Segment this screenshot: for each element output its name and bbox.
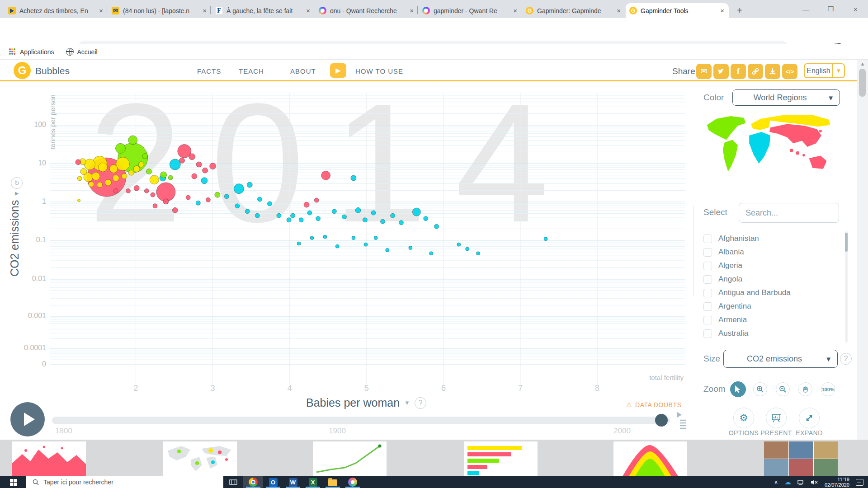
map-americas-north[interactable] <box>707 116 746 140</box>
window-restore-button[interactable]: ❐ <box>818 0 843 18</box>
bubble[interactable] <box>409 246 412 250</box>
bubble[interactable] <box>386 248 389 252</box>
y-axis-title[interactable]: CO2 emissions ▼ <box>8 191 21 277</box>
x-axis-title[interactable]: Babies per woman ▼ ? <box>271 396 461 409</box>
bubble[interactable] <box>335 244 339 248</box>
bubble[interactable] <box>268 202 272 206</box>
paint-taskbar-icon[interactable] <box>343 476 363 488</box>
tab-close-icon[interactable]: × <box>616 7 622 14</box>
country-checkbox[interactable] <box>703 329 712 338</box>
bubble[interactable] <box>364 243 368 246</box>
tab-close-icon[interactable]: × <box>98 7 104 14</box>
bubble[interactable] <box>245 209 250 214</box>
tray-chevron-icon[interactable]: ∧ <box>774 479 778 485</box>
timeline-track[interactable] <box>52 417 670 424</box>
bubble[interactable] <box>113 175 119 181</box>
window-close-button[interactable]: × <box>843 0 868 18</box>
bubble[interactable] <box>138 162 144 167</box>
onedrive-cloud-icon[interactable]: ☁ <box>784 478 791 486</box>
bubble[interactable] <box>133 166 140 172</box>
email-icon[interactable]: ✉ <box>696 64 712 79</box>
y-axis-dropdown-icon[interactable]: ▼ <box>13 191 20 197</box>
outlook-taskbar-icon[interactable]: O <box>263 476 283 488</box>
gear-icon[interactable]: ⚙ <box>733 408 754 428</box>
browser-tab[interactable]: Achetez des timbres, En× <box>5 3 108 18</box>
volume-muted-icon[interactable] <box>811 479 818 485</box>
zoom-out-icon[interactable] <box>776 382 790 396</box>
window-minimize-button[interactable]: — <box>793 0 818 18</box>
bubble[interactable] <box>374 236 377 240</box>
bubble[interactable] <box>134 185 139 191</box>
bubble[interactable] <box>201 178 208 184</box>
bubble[interactable] <box>105 179 111 186</box>
bubble[interactable] <box>151 192 155 197</box>
bubble[interactable] <box>109 165 118 173</box>
thumbnail-bar-chart[interactable] <box>464 441 538 476</box>
bubble[interactable] <box>429 252 433 255</box>
size-dropdown[interactable]: CO2 emissions▼ <box>723 350 838 368</box>
country-checkbox[interactable] <box>703 262 712 270</box>
data-doubts-link[interactable]: ⚠DATA DOUBTS <box>626 401 681 408</box>
taskbar-clock[interactable]: 11:19 02/07/2020 <box>825 477 849 488</box>
bubble[interactable] <box>168 175 173 180</box>
bubble[interactable] <box>128 170 134 175</box>
tab-close-icon[interactable]: × <box>202 7 208 14</box>
bubble[interactable] <box>304 202 309 207</box>
bubble[interactable] <box>299 218 303 222</box>
bubble[interactable] <box>234 184 244 194</box>
world-regions-map[interactable] <box>703 112 835 185</box>
country-row[interactable]: Armenia <box>703 313 848 327</box>
country-row[interactable]: Albania <box>703 245 848 259</box>
page-scrollbar[interactable]: ▲ ▼ <box>857 60 868 476</box>
language-dropdown[interactable]: English▼ <box>804 63 845 78</box>
bubble[interactable] <box>323 235 327 239</box>
x-axis-dropdown-icon[interactable]: ▼ <box>404 399 410 406</box>
bubble[interactable] <box>412 208 420 216</box>
new-tab-button[interactable]: + <box>733 4 746 17</box>
thumbnail-photo-collage[interactable] <box>764 441 838 476</box>
country-row[interactable]: Afghanistan <box>703 232 848 245</box>
twitter-icon[interactable] <box>713 64 729 79</box>
bubble[interactable] <box>476 252 480 255</box>
search-input[interactable]: Search... <box>739 203 839 223</box>
bubble[interactable] <box>203 168 208 173</box>
bubble[interactable] <box>342 215 347 219</box>
bubble[interactable] <box>363 218 367 222</box>
bubble[interactable] <box>150 175 159 184</box>
browser-tab[interactable]: onu - Qwant Recherche× <box>315 3 418 18</box>
bubble[interactable] <box>381 219 385 224</box>
taskbar-search[interactable]: Taper ici pour rechercher <box>26 476 223 488</box>
network-icon[interactable] <box>797 479 804 485</box>
start-button[interactable] <box>0 476 26 488</box>
zoom-select-tool[interactable] <box>730 381 746 397</box>
bubble[interactable] <box>116 143 126 153</box>
browser-tab[interactable]: ✉(84 non lus) - [laposte.n× <box>108 3 211 18</box>
x-axis-help-icon[interactable]: ? <box>415 397 426 409</box>
bubble[interactable] <box>391 213 395 218</box>
bubble[interactable] <box>310 236 314 240</box>
tab-close-icon[interactable]: × <box>512 7 518 14</box>
bubble[interactable] <box>277 213 281 218</box>
link-icon[interactable] <box>748 64 763 79</box>
bubble[interactable] <box>92 172 100 180</box>
bubble[interactable] <box>351 175 356 181</box>
bubble[interactable] <box>355 207 361 213</box>
chrome-taskbar-icon[interactable] <box>243 476 263 488</box>
download-icon[interactable] <box>765 64 780 79</box>
bubble[interactable] <box>196 162 202 167</box>
map-americas-south[interactable] <box>723 140 738 171</box>
bubble[interactable] <box>544 237 547 241</box>
tab-close-icon[interactable]: × <box>305 7 311 14</box>
thumbnail-mountain-chart[interactable] <box>613 441 687 476</box>
country-checkbox[interactable] <box>703 289 712 297</box>
gapminder-logo[interactable]: G <box>14 62 31 79</box>
bubble-chart[interactable] <box>50 93 685 385</box>
map-africa[interactable] <box>749 132 770 164</box>
zoom-in-icon[interactable] <box>753 382 767 396</box>
action-center-icon[interactable] <box>856 479 863 486</box>
browser-tab[interactable]: GGapminder Tools× <box>626 3 729 18</box>
country-row[interactable]: Angola <box>703 272 848 286</box>
embed-icon[interactable]: </> <box>782 64 797 79</box>
bubble[interactable] <box>170 159 180 170</box>
bookmark-applications[interactable]: Applications <box>20 48 54 56</box>
